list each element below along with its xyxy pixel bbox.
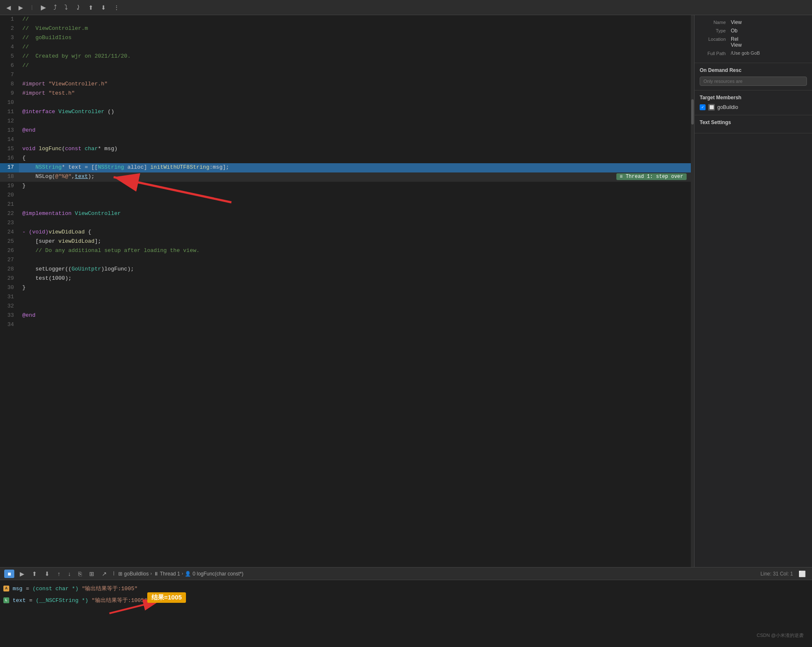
line-content-10[interactable] xyxy=(19,98,691,108)
separator-1: | xyxy=(30,4,34,11)
line-content-34[interactable] xyxy=(19,321,691,330)
line-number-20: 20 xyxy=(0,191,19,200)
code-line-17: 17 NSString* text = [[NSString alloc] in… xyxy=(0,163,691,172)
code-line-20: 20 xyxy=(0,191,691,200)
line-content-21[interactable] xyxy=(19,200,691,209)
code-line-2: 2// ViewController.m xyxy=(0,24,691,34)
location-label: Location xyxy=(700,36,729,42)
line-content-15[interactable]: void logFunc(const char* msg) xyxy=(19,145,691,154)
line-content-17[interactable]: NSString* text = [[NSString alloc] initW… xyxy=(19,163,691,172)
debug-down-btn[interactable]: ⬇ xyxy=(99,3,108,12)
line-content-31[interactable] xyxy=(19,293,691,302)
watermark: CSDN @小米渣的逆袭 xyxy=(757,632,804,639)
debug-more-btn[interactable]: ⋮ xyxy=(111,3,122,12)
target-icon: ⬜ xyxy=(708,104,715,111)
code-line-8: 8#import "ViewController.h" xyxy=(0,80,691,89)
line-content-14[interactable] xyxy=(19,135,691,145)
debug-vars: Amsg = (const char *) "输出结果等于:1005"Ltext… xyxy=(0,580,812,647)
line-content-12[interactable] xyxy=(19,117,691,126)
bt-grid-btn[interactable]: ⊞ xyxy=(87,570,96,578)
line-number-2: 2 xyxy=(0,24,19,34)
debug-step-out-btn[interactable]: ⤸ xyxy=(73,3,83,12)
line-content-25[interactable]: [super viewDidLoad]; xyxy=(19,237,691,247)
line-content-6[interactable]: // xyxy=(19,61,691,71)
code-line-9: 9#import "test.h" xyxy=(0,89,691,98)
line-content-28[interactable]: setLogger((GoUintptr)logFunc); xyxy=(19,265,691,274)
line-content-13[interactable]: @end xyxy=(19,126,691,135)
line-content-33[interactable]: @end xyxy=(19,311,691,321)
line-content-16[interactable]: { xyxy=(19,154,691,163)
line-number-29: 29 xyxy=(0,274,19,284)
line-content-24[interactable]: - (void)viewDidLoad { xyxy=(19,228,691,237)
line-content-30[interactable]: } xyxy=(19,284,691,293)
code-line-14: 14 xyxy=(0,135,691,145)
code-editor[interactable]: 1//2// ViewController.m3// goBuildIios4/… xyxy=(0,15,691,567)
line-content-32[interactable] xyxy=(19,302,691,311)
debug-up-btn[interactable]: ⬆ xyxy=(86,3,96,12)
debug-var-equals-0: = xyxy=(26,586,29,592)
line-content-4[interactable]: // xyxy=(19,43,691,52)
line-number-32: 32 xyxy=(0,302,19,311)
code-line-7: 7 xyxy=(0,71,691,80)
code-line-27: 27 xyxy=(0,256,691,265)
line-content-1[interactable]: // xyxy=(19,15,691,24)
line-number-30: 30 xyxy=(0,284,19,293)
line-number-5: 5 xyxy=(0,52,19,61)
location-value: Rel View xyxy=(731,36,807,48)
line-number-23: 23 xyxy=(0,219,19,228)
status-text: Line: 31 Col: 1 xyxy=(761,571,793,577)
debug-step-into-btn[interactable]: ⤵ xyxy=(62,3,70,12)
toolbar-forward-btn[interactable]: ▶ xyxy=(16,3,25,12)
bt-copy-btn[interactable]: ⎘ xyxy=(76,570,84,578)
scrollbar[interactable] xyxy=(691,15,694,567)
line-content-20[interactable] xyxy=(19,191,691,200)
line-content-7[interactable] xyxy=(19,71,691,80)
toolbar-back-btn[interactable]: ◀ xyxy=(4,3,13,12)
line-content-19[interactable]: } xyxy=(19,182,691,191)
debug-var-icon-0: A xyxy=(3,586,9,591)
line-content-27[interactable] xyxy=(19,256,691,265)
code-line-34: 34 xyxy=(0,321,691,330)
line-number-18: 18 xyxy=(0,172,19,182)
code-line-16: 16{ xyxy=(0,154,691,163)
line-number-4: 4 xyxy=(0,43,19,52)
fullpath-label: Full Path xyxy=(700,50,729,56)
line-content-5[interactable]: // Created by wjr on 2021/11/20. xyxy=(19,52,691,61)
line-number-22: 22 xyxy=(0,209,19,219)
line-content-18[interactable]: NSLog(@"%@",text);≡ Thread 1: step over xyxy=(19,172,691,182)
top-toolbar: ◀ ▶ | ▶ ⤴ ⤵ ⤸ ⬆ ⬇ ⋮ xyxy=(0,0,812,15)
line-number-10: 10 xyxy=(0,98,19,108)
line-content-29[interactable]: test(1000); xyxy=(19,274,691,284)
bt-up-btn[interactable]: ⬆ xyxy=(30,570,39,578)
bt-toggle-btn[interactable]: ■ xyxy=(4,570,14,578)
code-line-29: 29 test(1000); xyxy=(0,274,691,284)
line-content-23[interactable] xyxy=(19,219,691,228)
bt-play-btn[interactable]: ▶ xyxy=(18,570,27,578)
line-number-9: 9 xyxy=(0,89,19,98)
line-content-22[interactable]: @implementation ViewController xyxy=(19,209,691,219)
bt-down-btn[interactable]: ⬇ xyxy=(42,570,52,578)
line-number-16: 16 xyxy=(0,154,19,163)
line-content-26[interactable]: // Do any additional setup after loading… xyxy=(19,247,691,256)
on-demand-input[interactable] xyxy=(700,77,807,86)
bt-expand-btn[interactable]: ⬜ xyxy=(796,570,808,578)
code-line-12: 12 xyxy=(0,117,691,126)
debug-step-over-btn[interactable]: ⤴ xyxy=(51,3,59,12)
target-checkbox[interactable]: ✓ xyxy=(700,104,706,110)
code-line-32: 32 xyxy=(0,302,691,311)
line-number-28: 28 xyxy=(0,265,19,274)
line-number-25: 25 xyxy=(0,237,19,247)
code-line-19: 19} xyxy=(0,182,691,191)
line-content-2[interactable]: // ViewController.m xyxy=(19,24,691,34)
bt-up2-btn[interactable]: ↑ xyxy=(55,570,62,578)
line-content-9[interactable]: #import "test.h" xyxy=(19,89,691,98)
code-line-1: 1// xyxy=(0,15,691,24)
debug-continue-btn[interactable]: ▶ xyxy=(39,3,48,12)
line-content-11[interactable]: @interface ViewController () xyxy=(19,108,691,117)
bt-down2-btn[interactable]: ↓ xyxy=(66,570,73,578)
debug-var-type-1: (__NSCFString *) xyxy=(36,597,88,604)
line-content-3[interactable]: // goBuildIios xyxy=(19,34,691,43)
line-content-8[interactable]: #import "ViewController.h" xyxy=(19,80,691,89)
code-line-23: 23 xyxy=(0,219,691,228)
bt-arrow-btn[interactable]: ↗ xyxy=(100,570,109,578)
